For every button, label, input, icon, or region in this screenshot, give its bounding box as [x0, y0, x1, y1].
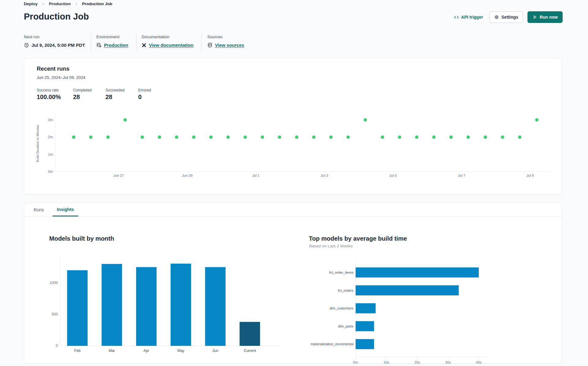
run-duration-dot[interactable] [501, 135, 504, 139]
x-tick-label: 10s [383, 360, 389, 364]
run-duration-dot[interactable] [312, 135, 316, 139]
run-duration-dot[interactable] [158, 135, 161, 139]
api-trigger-link[interactable]: API trigger [454, 15, 483, 20]
clock-icon [24, 43, 29, 48]
stat-completed: Completed 28 [73, 88, 91, 101]
run-duration-dot[interactable] [518, 135, 521, 139]
run-duration-dot[interactable] [141, 135, 144, 139]
run-duration-dot[interactable] [89, 135, 93, 139]
x-tick-label: Jul 1 [252, 174, 259, 177]
divider [91, 34, 91, 51]
run-now-button[interactable]: Run now [527, 11, 563, 23]
page-title: Production Job [24, 12, 89, 22]
x-tick-label: 0m [353, 360, 358, 364]
database-icon [207, 43, 213, 48]
models-by-month-chart: 05001000FebMarAprMayJunCurrent [46, 255, 288, 356]
y-tick-label: 1m [48, 153, 53, 156]
x-tick-label: Apr [143, 349, 149, 353]
y-tick-label: 0m [48, 170, 53, 173]
environment-label: Environment [96, 35, 128, 39]
meta-next-run: Next run Jul 9, 2024, 5:00 PM PDT [24, 35, 85, 48]
run-duration-dot[interactable] [381, 135, 384, 139]
stat-label: Succeeded [105, 88, 125, 92]
month-bar-apr[interactable] [136, 267, 157, 346]
stat-errored: Errored 0 [138, 88, 151, 101]
tab-insights[interactable]: Insights [53, 203, 78, 216]
run-duration-dot[interactable] [72, 135, 76, 139]
environment-link[interactable]: Production [104, 43, 128, 48]
month-bar-jun[interactable] [205, 267, 226, 346]
play-icon [532, 15, 537, 20]
month-bar-mar[interactable] [102, 264, 122, 346]
chevron-right-icon: › [76, 1, 77, 6]
view-sources-link[interactable]: View sources [215, 43, 244, 48]
run-duration-dot[interactable] [432, 135, 436, 139]
x-tick-label: 30s [445, 360, 451, 364]
documentation-label: Documentation [142, 35, 194, 39]
stat-label: Completed [73, 88, 91, 92]
next-run-label: Next run [24, 35, 85, 39]
run-duration-dot[interactable] [467, 135, 470, 139]
stat-value: 28 [105, 94, 125, 101]
stat-success-rate: Success rate 100.00% [37, 88, 61, 101]
settings-button[interactable]: Settings [489, 11, 523, 23]
run-duration-dot[interactable] [295, 135, 298, 139]
stat-value: 100.00% [37, 94, 61, 101]
sources-label: Sources [207, 35, 244, 39]
breadcrumb-item-deploy[interactable]: Deploy [24, 2, 38, 6]
stat-label: Errored [138, 88, 151, 92]
model-label: dim_parts [338, 324, 354, 328]
run-duration-dot[interactable] [209, 135, 213, 139]
run-duration-dot[interactable] [261, 135, 264, 139]
meta-environment: Environment Production [96, 35, 128, 48]
model-label: fct_order_items [329, 271, 354, 274]
run-duration-dot[interactable] [364, 118, 367, 122]
model-bar-dim_parts[interactable] [356, 321, 374, 331]
run-duration-dot[interactable] [449, 135, 453, 139]
run-duration-dot[interactable] [278, 135, 281, 139]
model-bar-materialization_incremental[interactable] [356, 339, 374, 349]
divider [201, 34, 202, 51]
dbt-docs-icon [142, 43, 146, 48]
x-tick-label: Jun 27 [113, 174, 124, 177]
run-duration-dot[interactable] [106, 135, 110, 139]
x-tick-label: Jul 9 [527, 174, 534, 177]
breadcrumb-item-production[interactable]: Production [49, 2, 71, 6]
run-duration-dot[interactable] [329, 135, 333, 139]
month-bar-may[interactable] [171, 264, 191, 346]
api-trigger-label: API trigger [461, 15, 483, 20]
code-icon [454, 15, 459, 20]
run-duration-dot[interactable] [484, 135, 487, 139]
gear-icon [494, 15, 499, 20]
environment-icon [96, 43, 102, 48]
recent-runs-title: Recent runs [37, 65, 69, 72]
header-actions: API trigger Settings Run now [454, 11, 563, 23]
month-bar-current[interactable] [240, 322, 260, 346]
top-models-subtitle: Based on Last 2 Weeks [309, 244, 353, 248]
run-duration-dot[interactable] [398, 135, 401, 139]
meta-sources: Sources View sources [207, 35, 244, 48]
production-job-page: Deploy › Production › Production Job Pro… [0, 0, 588, 366]
scatter-y-axis-title: Build Duration in Minutes [36, 124, 39, 162]
run-duration-dot[interactable] [415, 135, 419, 139]
x-tick-label: Jun [213, 349, 218, 353]
meta-documentation: Documentation View documentation [142, 35, 194, 48]
run-duration-dot[interactable] [192, 135, 195, 139]
model-bar-fct_orders[interactable] [356, 285, 459, 295]
view-documentation-link[interactable]: View documentation [149, 43, 194, 48]
run-duration-dot[interactable] [535, 118, 538, 122]
tab-runs[interactable]: Runs [29, 203, 48, 216]
model-bar-fct_order_items[interactable] [356, 268, 479, 278]
month-bar-feb[interactable] [67, 270, 88, 346]
x-tick-label: 20s [414, 360, 420, 364]
model-bar-dim_customers[interactable] [356, 303, 375, 313]
run-duration-dot[interactable] [244, 135, 247, 139]
build-duration-chart: 0m1m2m3mJun 27Jun 29Jul 1Jul 3Jul 5Jul 7… [30, 113, 556, 179]
run-duration-dot[interactable] [175, 135, 178, 139]
stat-value: 0 [138, 94, 151, 101]
run-duration-dot[interactable] [346, 135, 350, 139]
insights-card: Runs Insights Models built by month 0500… [24, 203, 562, 364]
breadcrumb-item-production-job: Production Job [82, 2, 112, 6]
run-duration-dot[interactable] [124, 118, 127, 122]
run-duration-dot[interactable] [226, 135, 230, 139]
